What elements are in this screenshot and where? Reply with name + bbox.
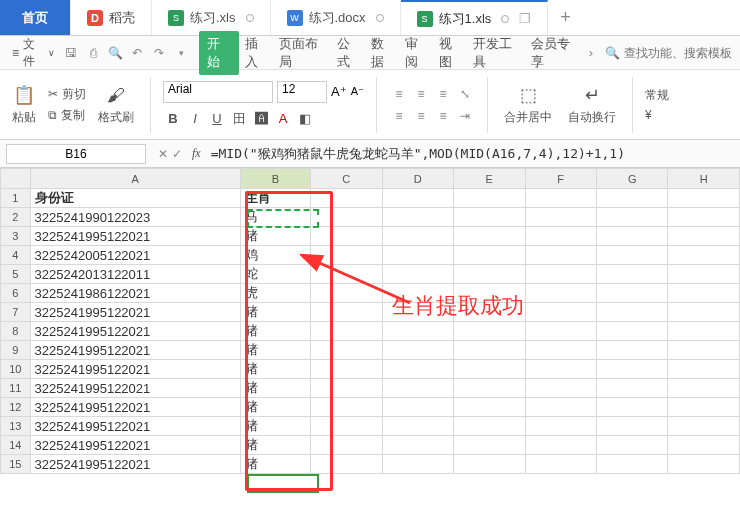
ribbon-tab-review[interactable]: 审阅 [401,31,433,75]
cell[interactable] [311,341,382,360]
ribbon-tab-data[interactable]: 数据 [367,31,399,75]
align-top-icon[interactable]: ≡ [389,84,409,104]
cell[interactable]: 3225241995122021 [30,436,240,455]
cell[interactable] [382,303,453,322]
row-header[interactable]: 9 [1,341,31,360]
cell[interactable] [311,284,382,303]
cell[interactable] [596,341,668,360]
cell[interactable] [454,208,525,227]
file-menu[interactable]: ≡ 文件 ∨ [6,34,61,72]
bold-button[interactable]: B [163,109,183,129]
cell[interactable] [596,398,668,417]
redo-icon[interactable]: ↷ [151,45,167,61]
cell[interactable] [668,189,740,208]
search-input[interactable] [624,46,734,60]
cell[interactable] [668,246,740,265]
cell[interactable] [525,379,596,398]
cell[interactable] [382,398,453,417]
cell[interactable]: 猪 [240,455,310,474]
row-header[interactable]: 1 [1,189,31,208]
ribbon-tab-member[interactable]: 会员专享 [527,31,583,75]
cell[interactable]: 猪 [240,379,310,398]
wrap-text-button[interactable]: ↵ 自动换行 [564,81,620,128]
cell[interactable] [596,189,668,208]
cell[interactable] [311,455,382,474]
cell[interactable] [311,246,382,265]
cell[interactable]: 猪 [240,360,310,379]
cell[interactable]: 生肖 [240,189,310,208]
row-header[interactable]: 2 [1,208,31,227]
cell[interactable] [454,341,525,360]
cell[interactable] [382,322,453,341]
cell[interactable] [382,436,453,455]
cell[interactable]: 猪 [240,436,310,455]
cell[interactable] [525,360,596,379]
cell[interactable] [668,436,740,455]
cell[interactable]: 猪 [240,398,310,417]
italic-button[interactable]: I [185,109,205,129]
cell[interactable] [382,455,453,474]
number-format-combo[interactable]: 常规 [645,87,669,104]
col-header-A[interactable]: A [30,169,240,189]
cancel-icon[interactable]: ✕ [158,147,168,161]
cell[interactable] [382,379,453,398]
col-header-H[interactable]: H [668,169,740,189]
cell[interactable] [596,322,668,341]
cell[interactable]: 3225242005122021 [30,246,240,265]
cell[interactable]: 3225241995122021 [30,379,240,398]
cell[interactable] [668,455,740,474]
cell[interactable] [668,208,740,227]
merge-center-button[interactable]: ⬚ 合并居中 [500,81,556,128]
confirm-icon[interactable]: ✓ [172,147,182,161]
cell[interactable] [525,265,596,284]
col-header-C[interactable]: C [311,169,382,189]
row-header[interactable]: 8 [1,322,31,341]
cell[interactable] [525,417,596,436]
font-name-combo[interactable]: Arial [163,81,273,103]
cell[interactable] [525,189,596,208]
cell[interactable] [525,246,596,265]
cell[interactable]: 猪 [240,227,310,246]
cell[interactable] [311,227,382,246]
ribbon-tab-dev[interactable]: 开发工具 [469,31,525,75]
increase-font-icon[interactable]: A⁺ [331,84,347,99]
cell[interactable]: 3225241995122021 [30,227,240,246]
cell[interactable]: 3225241995122021 [30,322,240,341]
close-icon[interactable] [501,15,509,23]
restore-icon[interactable]: ❐ [519,11,531,26]
row-header[interactable]: 14 [1,436,31,455]
cell[interactable] [596,284,668,303]
align-left-icon[interactable]: ≡ [389,106,409,126]
ribbon-more-icon[interactable]: › [585,41,597,64]
ribbon-tab-start[interactable]: 开始 [199,31,239,75]
cell[interactable] [525,284,596,303]
sheet-grid[interactable]: ABCDEFGH1身份证生肖23225241990122023马33225241… [0,168,740,513]
cell[interactable] [668,417,740,436]
cell[interactable] [454,303,525,322]
cell[interactable]: 鸡 [240,246,310,265]
cell[interactable] [382,227,453,246]
cell[interactable] [311,208,382,227]
cell[interactable] [668,284,740,303]
qat-dropdown-icon[interactable]: ▾ [173,45,189,61]
cell[interactable] [668,322,740,341]
save-icon[interactable]: 🖫 [63,45,79,61]
cell[interactable] [311,436,382,455]
cell[interactable] [382,246,453,265]
cell[interactable]: 3225241995122021 [30,398,240,417]
highlight-button[interactable]: ◧ [295,109,315,129]
cell[interactable]: 猪 [240,417,310,436]
border-button[interactable]: 田 [229,109,249,129]
cell[interactable] [596,208,668,227]
cell[interactable] [454,455,525,474]
cell[interactable]: 猪 [240,341,310,360]
cell[interactable] [311,379,382,398]
cell[interactable] [454,265,525,284]
cell[interactable] [596,265,668,284]
cell[interactable] [454,398,525,417]
formula-input[interactable]: =MID("猴鸡狗猪鼠牛虎兔龙蛇马羊",MOD(MID(A16,7,4),12)… [205,145,740,163]
cell[interactable] [311,265,382,284]
fill-color-button[interactable]: 🅰 [251,109,271,129]
cell[interactable] [668,398,740,417]
cell[interactable] [596,379,668,398]
